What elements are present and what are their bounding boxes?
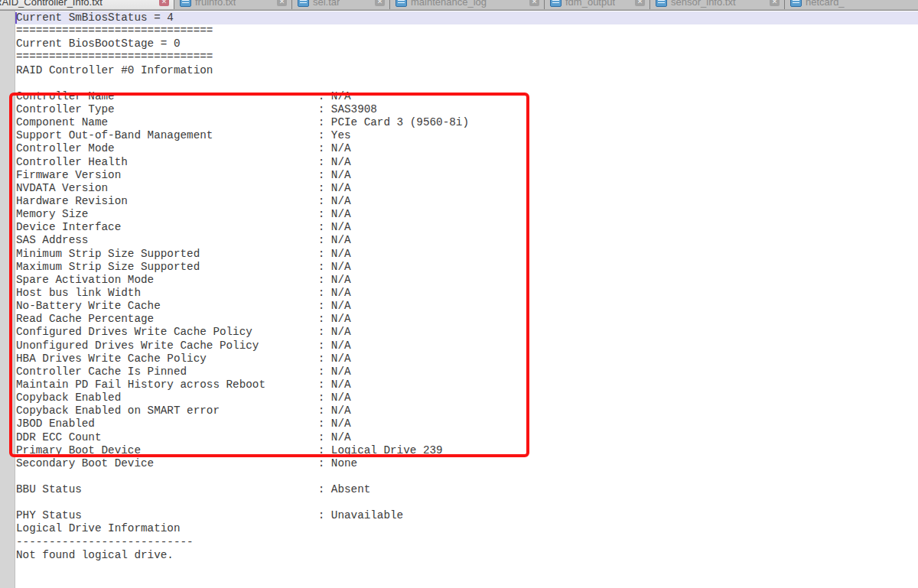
tab-fdm-output[interactable]: fdm_output ✕ [545, 0, 650, 9]
code-line-text: Maximum Strip Size Supported : N/A [16, 261, 351, 273]
code-area: Current SmBiosStatus = 4================… [15, 11, 918, 588]
code-line-text: Controller Type : SAS3908 [16, 103, 377, 115]
code-line: PHY Status : Unavailable [15, 509, 918, 522]
tab-label: sel.tar [313, 0, 340, 8]
code-line-text: Read Cache Percentage : N/A [16, 313, 351, 325]
tab-maintenance-log[interactable]: maintenance_log ✕ [390, 0, 545, 9]
code-line-text: Logical Drive Information [16, 522, 181, 534]
tab-label: netcard_ [806, 0, 845, 8]
tab-raid-controller-info-txt[interactable]: RAID_Controller_Info.txt ✕ [0, 0, 174, 9]
code-line-text: Secondary Boot Device : None [16, 457, 357, 469]
code-line-text: Firmware Version : N/A [16, 169, 351, 181]
file-icon [656, 0, 667, 7]
tab-label: fruinfo.txt [195, 0, 236, 8]
code-line: Primary Boot Device : Logical Drive 239 [15, 444, 918, 457]
code-line: Copyback Enabled : N/A [15, 391, 918, 404]
text-caret [15, 12, 17, 24]
code-line: Maximum Strip Size Supported : N/A [15, 261, 918, 274]
code-line: Controller Health : N/A [15, 156, 918, 169]
code-line-text: PHY Status : Unavailable [16, 509, 403, 521]
code-line: Hardware Revision : N/A [15, 195, 918, 208]
code-line: Firmware Version : N/A [15, 169, 918, 182]
code-line-text: HBA Drives Write Cache Policy : N/A [16, 352, 351, 365]
code-line [15, 496, 918, 509]
code-line-text: DDR ECC Count : N/A [16, 431, 351, 443]
code-line: Current BiosBootStage = 0 [15, 37, 918, 50]
code-line-text: No-Battery Write Cache : N/A [16, 300, 351, 312]
code-line-text: Controller Name : N/A [16, 90, 351, 102]
close-tab-icon[interactable]: ✕ [375, 0, 385, 6]
code-line: Configured Drives Write Cache Policy : N… [15, 326, 918, 339]
code-line-text: Not found logical drive. [16, 549, 174, 561]
tab-label: fdm_output [565, 0, 615, 8]
code-line: Component Name : PCIe Card 3 (9560-8i) [15, 116, 918, 129]
code-line-text: Spare Activation Mode : N/A [16, 274, 351, 286]
tab-label: RAID_Controller_Info.txt [0, 0, 103, 8]
code-line: Memory Size : N/A [15, 208, 918, 221]
code-line-text: ============================== [16, 24, 213, 37]
tab-row: RAID_Controller_Info.txt ✕ fruinfo.txt ✕… [0, 0, 918, 9]
tab-sel-tar[interactable]: sel.tar ✕ [292, 0, 390, 9]
editor-gutter [0, 11, 15, 588]
close-tab-icon[interactable]: ✕ [770, 0, 780, 6]
code-line: Maintain PD Fail History across Reboot :… [15, 378, 918, 391]
text-editor-window: { "tab_bar": { "tabs": [ {"label": "RAID… [0, 0, 918, 588]
code-line-text: Device Interface : N/A [16, 221, 351, 233]
code-line: RAID Controller #0 Information [15, 64, 918, 77]
code-line: No-Battery Write Cache : N/A [15, 300, 918, 313]
code-line: ============================== [15, 24, 918, 37]
close-tab-icon[interactable]: ✕ [529, 0, 539, 6]
tab-sensor-info-txt[interactable]: sensor_info.txt ✕ [650, 0, 785, 9]
tab-fruinfo-txt[interactable]: fruinfo.txt ✕ [174, 0, 292, 9]
code-line-text: Current BiosBootStage = 0 [16, 37, 181, 50]
code-line-text: ============================== [16, 50, 213, 63]
file-icon [550, 0, 562, 7]
code-line-text: Copyback Enabled : N/A [16, 391, 351, 404]
code-line-text: Controller Health : N/A [16, 156, 351, 168]
code-line: Spare Activation Mode : N/A [15, 274, 918, 287]
close-tab-icon[interactable]: ✕ [277, 0, 287, 6]
code-line: --------------------------- [15, 536, 918, 549]
code-line: Support Out-of-Band Management : Yes [15, 129, 918, 142]
code-line-current: Current SmBiosStatus = 4 [15, 11, 918, 24]
code-line-text: Primary Boot Device : Logical Drive 239 [16, 444, 443, 456]
code-line: Minimum Strip Size Supported : N/A [15, 248, 918, 261]
code-line-text: Unonfigured Drives Write Cache Policy : … [16, 339, 351, 352]
code-line-text: Host bus link Width : N/A [16, 287, 351, 299]
code-line: Host bus link Width : N/A [15, 287, 918, 300]
code-line: JBOD Enabled : N/A [15, 417, 918, 430]
code-line: Controller Name : N/A [15, 90, 918, 103]
code-line: BBU Status : Absent [15, 483, 918, 496]
file-icon [180, 0, 191, 7]
code-line-text: BBU Status : Absent [16, 483, 370, 495]
tab-netcard[interactable]: netcard_ ✕ [785, 0, 918, 9]
code-line-text: Current SmBiosStatus = 4 [16, 11, 174, 24]
file-icon [298, 0, 309, 7]
code-line-text: Maintain PD Fail History across Reboot :… [16, 378, 351, 391]
code-line: NVDATA Version : N/A [15, 182, 918, 195]
code-line-text: Controller Mode : N/A [16, 142, 351, 154]
code-line-text: Memory Size : N/A [16, 208, 351, 220]
code-line-text: NVDATA Version : N/A [16, 182, 351, 194]
code-line: Not found logical drive. [15, 549, 918, 562]
code-line: Device Interface : N/A [15, 221, 918, 234]
code-line: Controller Cache Is Pinned : N/A [15, 365, 918, 378]
code-line-text: RAID Controller #0 Information [16, 64, 213, 76]
code-line: Controller Mode : N/A [15, 142, 918, 155]
file-icon [790, 0, 802, 7]
tab-bar: RAID_Controller_Info.txt ✕ fruinfo.txt ✕… [0, 0, 918, 11]
code-line-text: Minimum Strip Size Supported : N/A [16, 248, 351, 260]
code-line: Unonfigured Drives Write Cache Policy : … [15, 339, 918, 352]
tab-label: maintenance_log [411, 0, 487, 8]
code-line-text: SAS Address : N/A [16, 234, 351, 246]
code-line [15, 470, 918, 483]
code-line [15, 77, 918, 90]
code-line: Controller Type : SAS3908 [15, 103, 918, 116]
close-tab-icon[interactable]: ✕ [635, 0, 645, 6]
editor-area[interactable]: Current SmBiosStatus = 4================… [0, 11, 918, 588]
tab-label: sensor_info.txt [671, 0, 736, 8]
code-line: Read Cache Percentage : N/A [15, 313, 918, 326]
close-tab-icon[interactable]: ✕ [159, 0, 169, 6]
code-line-text: Copyback Enabled on SMART error : N/A [16, 404, 351, 417]
code-line: HBA Drives Write Cache Policy : N/A [15, 352, 918, 365]
